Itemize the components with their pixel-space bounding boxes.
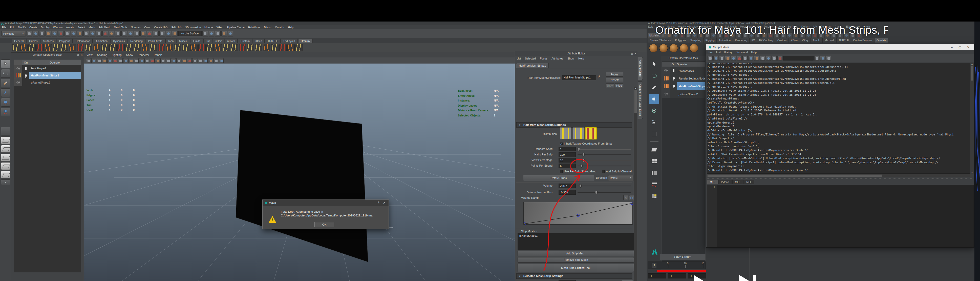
ae-menu-item[interactable]: Attributes (552, 57, 563, 60)
ornatrix-shelf-icon[interactable] (182, 44, 189, 51)
ornatrix-shelf-icon[interactable] (134, 44, 141, 51)
script-toolbar-icon[interactable] (725, 56, 730, 61)
layout-hypershade-button[interactable] (649, 191, 659, 201)
ornatrix-shelf-icon[interactable] (101, 44, 108, 51)
range-slider-progress[interactable] (657, 270, 706, 272)
script-toolbar-icon[interactable] (743, 56, 748, 61)
ornatrix-shelf-icon[interactable] (255, 44, 262, 51)
viewport-menu-item[interactable]: Panels (154, 53, 162, 56)
viewport-toolbar-icon[interactable] (86, 58, 91, 63)
video-next-icon[interactable] (739, 275, 752, 281)
ornatrix-shelf-icon[interactable] (190, 44, 197, 51)
attribute-value-field[interactable]: 100 (558, 152, 576, 157)
panel-side-tab[interactable]: Attribute Editor (638, 57, 643, 80)
layout-single-pane-button[interactable] (649, 145, 659, 155)
status-icon[interactable] (33, 31, 38, 37)
console-hscrollbar[interactable] (707, 174, 970, 177)
viewport-toolbar-icon[interactable] (107, 58, 112, 63)
shelf-tab[interactable]: Ornatrix (298, 39, 313, 43)
viewport-canvas[interactable] (84, 64, 515, 281)
ornatrix-shelf-icon[interactable] (247, 44, 254, 51)
ornatrix-shelf-icon[interactable] (150, 44, 157, 51)
ornatrix-shelf-icon[interactable] (61, 44, 68, 51)
ornatrix-shelf-icon[interactable] (12, 44, 19, 51)
script-toolbar-icon[interactable] (731, 56, 736, 61)
rotate-tool[interactable] (1, 98, 10, 107)
distribution-per-vertex-icon[interactable] (585, 127, 597, 139)
ornatrix-shelf-icon[interactable] (142, 44, 149, 51)
dialog-help-button[interactable]: ? (376, 201, 380, 204)
viewport-toolbar-icon[interactable] (161, 58, 165, 63)
menu-item[interactable]: XGen (216, 26, 223, 29)
ok-button[interactable]: OK (315, 222, 334, 227)
ornatrix-shelf-icon[interactable] (239, 44, 246, 51)
status-icon[interactable] (147, 31, 152, 37)
volume-ramp-widget[interactable] (523, 202, 633, 225)
script-toolbar-icon[interactable] (772, 56, 776, 61)
viewport-toolbar-icon[interactable] (113, 58, 118, 63)
shelf-tab[interactable]: XGen (789, 38, 800, 43)
script-search-field[interactable] (783, 56, 813, 61)
slider-handle[interactable] (582, 153, 585, 156)
shelf-tab[interactable]: Fur (204, 39, 213, 43)
shelf-tab[interactable]: Animation (93, 39, 110, 43)
bulb-icon[interactable] (673, 77, 675, 80)
ornatrix-shelf-icon[interactable] (28, 44, 36, 51)
ornatrix-shelf-icon[interactable] (659, 44, 668, 53)
viewport-toolbar-icon[interactable] (155, 58, 160, 63)
menu-item[interactable]: Select (78, 26, 85, 29)
pin-icon[interactable] (673, 69, 675, 72)
attribute-value-field[interactable]: 1 (558, 147, 576, 152)
status-icon[interactable] (90, 31, 95, 37)
attribute-slider[interactable] (578, 160, 631, 161)
script-toolbar-icon[interactable] (826, 56, 831, 61)
script-tab[interactable]: MEL (732, 180, 743, 184)
ornatrix-shelf-icon[interactable] (669, 44, 678, 53)
ornatrix-shelf-icon[interactable] (69, 44, 76, 51)
layout-four-pane-button[interactable] (1, 145, 10, 153)
status-icon[interactable] (209, 31, 214, 37)
ornatrix-shelf-icon[interactable] (263, 44, 270, 51)
layout-graph-button[interactable] (649, 179, 659, 190)
current-frame-cell[interactable]: 1 (652, 263, 657, 268)
ornatrix-shelf-icon[interactable] (690, 44, 698, 53)
viewport-menu-item[interactable]: Shading (97, 53, 107, 56)
bulb-icon[interactable] (673, 85, 675, 87)
ornatrix-shelf-icon[interactable] (37, 44, 44, 51)
script-input-area[interactable]: 1 (707, 185, 974, 247)
shelf-tab[interactable]: Custom (238, 39, 252, 43)
status-icon[interactable] (140, 31, 146, 37)
ornatrix-shelf-icon[interactable] (287, 44, 295, 51)
status-icon[interactable] (71, 31, 76, 37)
scale-tool[interactable] (1, 108, 10, 116)
script-output-console[interactable]: // generating Maya nodes...// parsing C:… (707, 63, 970, 174)
panel-close-icon[interactable]: ✕ (80, 53, 83, 57)
status-icon[interactable] (134, 31, 140, 37)
attribute-value-field[interactable]: -0.305 (558, 190, 576, 195)
layout-single-pane-button[interactable] (1, 136, 10, 144)
menu-item[interactable]: HairWorks (248, 26, 261, 29)
shelf-tab[interactable]: Polygons (673, 38, 688, 43)
shelf-tab[interactable]: Curves / Surfaces (648, 38, 673, 43)
move-tool[interactable] (1, 88, 10, 97)
panel-close-icon[interactable]: ✕ (634, 52, 636, 56)
attribute-value-field[interactable]: 100 (558, 280, 576, 281)
operator-name[interactable]: pPlaneShape2 (677, 90, 705, 98)
status-icon[interactable] (39, 31, 45, 37)
paint-select-tool[interactable] (649, 82, 659, 93)
ornatrix-shelf-icon[interactable] (109, 44, 117, 51)
layout-four-pane-button[interactable] (649, 156, 659, 166)
lasso-select-tool[interactable] (649, 70, 659, 81)
presets-button[interactable]: Presets (606, 78, 623, 82)
script-tab[interactable]: MEL (743, 180, 754, 184)
status-icon[interactable] (102, 31, 108, 37)
ornatrix-shelf-icon[interactable] (45, 44, 52, 51)
operator-name[interactable]: HairShape1 (29, 65, 81, 72)
script-toolbar-icon[interactable] (748, 56, 753, 61)
layout-outliner-persp-button[interactable] (1, 154, 10, 161)
rotate-tool[interactable] (649, 105, 659, 116)
hide-button[interactable]: Hide (615, 83, 623, 88)
ornatrix-shelf-icon[interactable] (198, 44, 206, 51)
ae-menu-item[interactable]: List (517, 57, 521, 60)
status-icon[interactable] (77, 31, 83, 37)
